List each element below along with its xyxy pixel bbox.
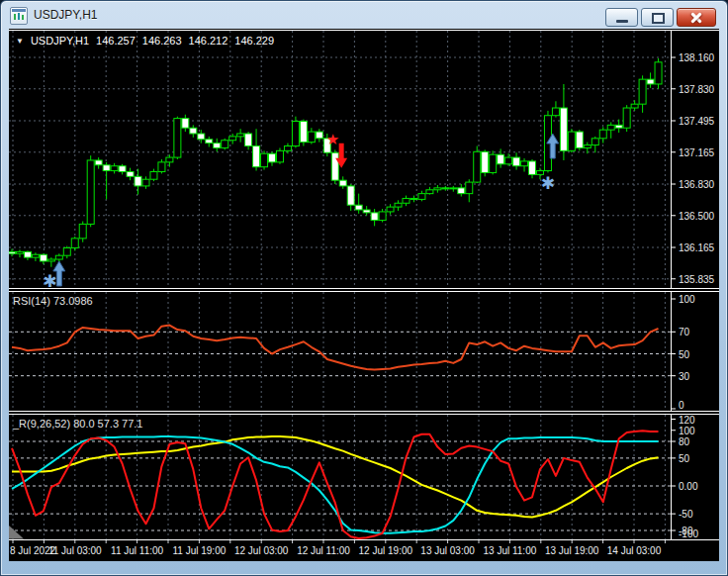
candle-body bbox=[40, 254, 46, 261]
time-axis-label: 11 Jul 11:00 bbox=[111, 545, 163, 556]
time-axis-label: 13 Jul 11:00 bbox=[484, 545, 537, 556]
candle-body bbox=[253, 146, 260, 167]
rsi-canvas[interactable]: 1007050300 bbox=[9, 292, 719, 411]
candle-body bbox=[379, 212, 386, 221]
candle-body bbox=[529, 161, 536, 174]
candle-body bbox=[631, 104, 638, 108]
candle-body bbox=[284, 146, 291, 151]
candle-body bbox=[158, 162, 165, 172]
candle-body bbox=[229, 137, 236, 141]
candle-body bbox=[214, 144, 221, 148]
price-chart-canvas[interactable]: 138.160137.830137.495137.165136.830136.5… bbox=[9, 31, 719, 288]
candle-body bbox=[300, 121, 307, 142]
scale-label: 138.160 bbox=[679, 52, 715, 63]
candle-body bbox=[174, 119, 181, 157]
history-limit-triangle bbox=[9, 526, 24, 539]
candle-body bbox=[426, 190, 433, 194]
candle-body bbox=[237, 134, 244, 137]
candle-body bbox=[371, 213, 378, 221]
time-axis-label: 12 Jul 19:00 bbox=[359, 545, 413, 556]
time-axis-label: 11 Jul 03:00 bbox=[48, 545, 102, 556]
candle-body bbox=[142, 179, 149, 186]
candle-body bbox=[32, 254, 39, 257]
candle-body bbox=[127, 172, 134, 177]
candle-body bbox=[395, 203, 402, 207]
time-axis-label: 13 Jul 19:00 bbox=[545, 545, 599, 556]
minimize-button[interactable] bbox=[605, 8, 638, 27]
candle-body bbox=[592, 139, 598, 145]
ohlc-close: 146.229 bbox=[234, 35, 274, 47]
candle-body bbox=[276, 150, 283, 162]
candle-body bbox=[599, 130, 606, 139]
scale-label: 137.165 bbox=[679, 147, 715, 158]
candle-body bbox=[87, 160, 94, 224]
ohlc-low: 146.212 bbox=[189, 35, 228, 47]
candle-body bbox=[63, 247, 70, 255]
candle-body bbox=[521, 161, 528, 166]
maximize-icon bbox=[652, 13, 665, 24]
candle-body bbox=[513, 157, 520, 166]
scale-label: 100 bbox=[679, 426, 695, 436]
candle-body bbox=[442, 188, 449, 189]
candle-body bbox=[434, 188, 441, 190]
candle-body bbox=[355, 205, 362, 210]
oscillator-line-cyan bbox=[12, 436, 659, 533]
scale-label: 135.835 bbox=[679, 274, 715, 285]
scale-label: 80 bbox=[679, 436, 690, 447]
title-bar[interactable]: USDJPY,H1 bbox=[1, 1, 727, 29]
candle-body bbox=[623, 108, 630, 128]
candle-body bbox=[206, 140, 213, 144]
scale-label: 100 bbox=[679, 294, 695, 305]
candle-body bbox=[9, 251, 16, 253]
rsi-indicator-panel[interactable]: 1007050300 RSI(14) 73.0986 bbox=[9, 291, 719, 412]
scale-label: 137.495 bbox=[679, 116, 715, 127]
candle-body bbox=[458, 188, 465, 194]
time-axis-label: 12 Jul 03:00 bbox=[234, 545, 289, 556]
oscillator-canvas[interactable]: 12010080500.00-50-80-100 bbox=[9, 415, 719, 539]
close-button[interactable] bbox=[677, 8, 716, 27]
scale-label: 30 bbox=[679, 371, 690, 382]
candle-body bbox=[403, 198, 410, 203]
scale-label: 136.830 bbox=[679, 179, 715, 190]
time-axis-label: 12 Jul 11:00 bbox=[297, 545, 350, 556]
candle-body bbox=[269, 153, 276, 162]
candle-body bbox=[490, 154, 497, 172]
sell-signal-star-icon: ★ bbox=[326, 131, 339, 147]
candle-body bbox=[339, 180, 346, 186]
candle-body bbox=[482, 151, 489, 172]
candle-body bbox=[466, 182, 473, 194]
buy-signal-star-icon: ✱ bbox=[541, 174, 555, 193]
candle-body bbox=[552, 108, 559, 116]
candle-body bbox=[182, 119, 189, 129]
candle-body bbox=[24, 251, 31, 257]
candle-body bbox=[166, 157, 173, 162]
candle-body bbox=[111, 166, 118, 171]
candle-body bbox=[261, 153, 268, 166]
candle-body bbox=[647, 79, 654, 84]
candle-body bbox=[474, 151, 481, 182]
candle-body bbox=[190, 128, 197, 134]
candle-body bbox=[79, 224, 86, 238]
time-axis-label: 14 Jul 03:00 bbox=[607, 545, 662, 556]
scale-label: 50 bbox=[679, 349, 690, 360]
candle-body bbox=[308, 132, 315, 143]
candle-body bbox=[331, 152, 338, 180]
candle-body bbox=[47, 259, 54, 261]
time-axis-label: 11 Jul 19:00 bbox=[173, 545, 227, 556]
scale-label: 136.165 bbox=[679, 242, 715, 253]
scale-label: 0 bbox=[679, 400, 684, 411]
candle-body bbox=[222, 141, 228, 148]
candle-body bbox=[450, 188, 457, 189]
time-axis-label: 13 Jul 03:00 bbox=[420, 545, 475, 556]
price-chart-panel[interactable]: 138.160137.830137.495137.165136.830136.5… bbox=[9, 30, 719, 289]
time-axis[interactable]: 8 Jul 202211 Jul 03:0011 Jul 11:0011 Jul… bbox=[9, 540, 719, 561]
chart-window: USDJPY,H1 138.160137.830137.495137.16513… bbox=[0, 0, 728, 576]
window-icon[interactable] bbox=[10, 7, 28, 25]
maximize-button[interactable] bbox=[641, 8, 674, 27]
chart-client-area: 138.160137.830137.495137.165136.830136.5… bbox=[9, 29, 719, 561]
candle-body bbox=[560, 108, 567, 150]
oscillator-indicator-panel[interactable]: 12010080500.00-50-80-100 _R(9,26,52) 80.… bbox=[9, 414, 719, 540]
candle-body bbox=[498, 154, 504, 164]
candle-body bbox=[292, 121, 299, 145]
candle-body bbox=[363, 210, 370, 213]
